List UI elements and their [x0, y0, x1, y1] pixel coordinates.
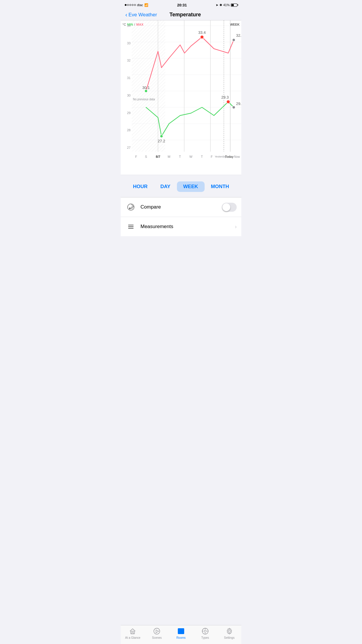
- min-valley-point: [160, 135, 163, 138]
- toggle-knob: [222, 203, 230, 211]
- svg-text:29.3: 29.3: [221, 95, 229, 99]
- page-title: Temperature: [157, 12, 213, 18]
- temperature-chart: 30.1 33.4 32.6 27.2 29.3 29.0: [132, 20, 241, 152]
- back-label: Eve Weather: [129, 12, 157, 18]
- measurements-chevron-icon: ›: [235, 224, 237, 230]
- back-chevron-icon: ‹: [125, 12, 127, 18]
- compare-label: Compare: [140, 204, 222, 210]
- x-label-m: M: [168, 155, 170, 158]
- status-right: ➤ ✱ 41%: [216, 3, 237, 7]
- svg-text:32.6: 32.6: [236, 33, 241, 38]
- measurements-label: Measurements: [140, 224, 233, 230]
- svg-rect-24: [128, 228, 134, 229]
- max-today-point: [232, 38, 235, 41]
- svg-text:30.1: 30.1: [142, 85, 150, 90]
- measurements-icon-container: [125, 221, 136, 232]
- period-hour-button[interactable]: HOUR: [126, 181, 154, 192]
- settings-section: Compare Measurements ›: [121, 197, 241, 236]
- x-label-t2: T: [201, 155, 203, 158]
- x-label-yesterday: Yesterday: [215, 155, 226, 158]
- y-label-32: 32: [121, 59, 132, 62]
- svg-text:33.4: 33.4: [198, 30, 205, 35]
- min-today-point: [232, 106, 235, 109]
- period-month-button[interactable]: MONTH: [205, 181, 236, 192]
- svg-text:27.2: 27.2: [158, 139, 165, 143]
- bluetooth-icon: ✱: [219, 3, 222, 7]
- measurements-row[interactable]: Measurements ›: [121, 217, 241, 236]
- y-label-31: 31: [121, 76, 132, 80]
- y-label-27: 27: [121, 146, 132, 149]
- status-left: dtac 📶: [125, 3, 148, 7]
- compare-icon: [127, 203, 135, 211]
- svg-rect-23: [128, 226, 134, 227]
- x-label-t1: T: [179, 155, 181, 158]
- svg-rect-22: [128, 225, 134, 225]
- svg-text:29.0: 29.0: [236, 102, 241, 106]
- svg-rect-20: [129, 208, 131, 209]
- x-label-now: Now: [234, 155, 240, 158]
- battery-indicator: [231, 4, 237, 7]
- min-temperature-line: [146, 102, 234, 136]
- battery-percent: 41%: [223, 3, 230, 7]
- x-label-today: Today: [225, 155, 233, 158]
- x-label-w: W: [189, 155, 192, 158]
- period-week-button[interactable]: WEEK: [177, 181, 205, 192]
- nav-bar: ‹ Eve Weather Temperature: [121, 9, 241, 20]
- y-label-33: 33: [121, 41, 132, 45]
- carrier-label: dtac: [137, 3, 143, 7]
- status-bar: dtac 📶 20:31 ➤ ✱ 41%: [121, 0, 241, 9]
- y-label-34: 34: [121, 24, 132, 27]
- x-label-f2: F: [211, 155, 213, 158]
- x-axis: F S 8/7 M T W T F Yesterday Today Now: [132, 152, 241, 162]
- max-start-point: [145, 90, 147, 92]
- compare-toggle[interactable]: [222, 203, 237, 212]
- y-label-30: 30: [121, 94, 132, 97]
- x-label-s: S: [145, 155, 147, 158]
- max-temperature-line: [146, 37, 234, 91]
- period-day-button[interactable]: DAY: [154, 181, 177, 192]
- status-time: 20:31: [177, 3, 187, 7]
- compare-icon-container: [125, 202, 136, 213]
- chart-area: °C MIN / MAX WEEK 34 33 32 31 30 29 28 2…: [121, 20, 241, 175]
- chart-inner: 34 33 32 31 30 29 28 27 No previous data: [121, 20, 241, 163]
- location-icon: ➤: [216, 3, 218, 7]
- y-label-29: 29: [121, 111, 132, 115]
- svg-rect-21: [131, 206, 133, 209]
- y-label-28: 28: [121, 128, 132, 132]
- compare-row: Compare: [121, 197, 241, 217]
- wifi-icon: 📶: [144, 3, 148, 7]
- y-axis: 34 33 32 31 30 29 28 27: [121, 20, 132, 152]
- x-label-87: 8/7: [156, 155, 160, 158]
- back-button[interactable]: ‹ Eve Weather: [125, 12, 157, 18]
- max-peak-point: [200, 35, 204, 39]
- x-label-f1: F: [135, 155, 137, 158]
- signal-dots: [125, 4, 136, 6]
- measurements-icon: [127, 223, 135, 230]
- period-selector: HOUR DAY WEEK MONTH: [121, 175, 241, 197]
- min-yesterday-point: [226, 100, 230, 104]
